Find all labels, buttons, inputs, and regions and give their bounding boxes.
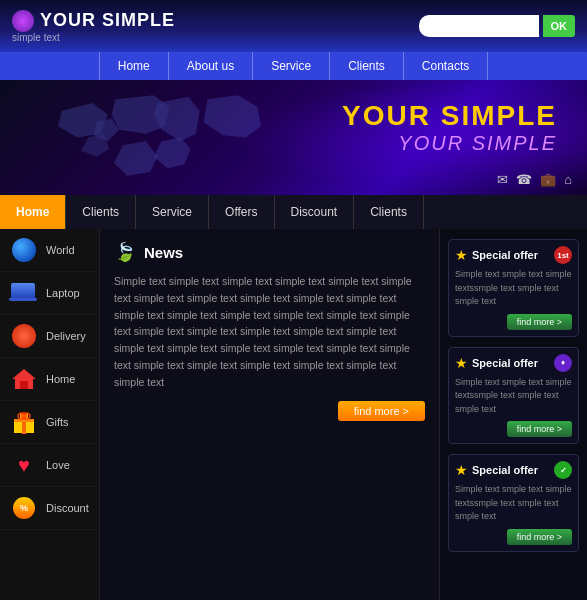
logo-area: YOUR SIMPLE simple text <box>12 10 175 43</box>
sec-nav-offers[interactable]: Offers <box>209 195 274 229</box>
secondary-navbar: Home Clients Service Offers Discount Cli… <box>0 195 587 229</box>
hero-contact-icons: ✉ ☎ 💼 ⌂ <box>497 172 572 187</box>
briefcase-icon: 💼 <box>540 172 556 187</box>
logo-subtitle: simple text <box>12 32 175 43</box>
nav-item-clients[interactable]: Clients <box>330 52 404 80</box>
search-area: OK <box>419 15 576 37</box>
sidebar-label-laptop: Laptop <box>46 287 80 299</box>
hero-section: YOUR SIMPLE YOUR SIMPLE ✉ ☎ 💼 ⌂ <box>0 80 587 195</box>
sidebar-item-world[interactable]: World <box>0 229 99 272</box>
sidebar-label-discount: Discount <box>46 502 89 514</box>
hero-title-colored: SIMPLE <box>441 100 557 131</box>
gift-icon <box>12 410 36 434</box>
left-sidebar: World Laptop Delivery <box>0 229 100 600</box>
offer-find-more-2[interactable]: find more > <box>507 421 572 437</box>
sidebar-item-laptop[interactable]: Laptop <box>0 272 99 315</box>
discount-tag-icon: % <box>13 497 35 519</box>
right-sidebar: ★ Special offer 1st Simple text smple te… <box>439 229 587 600</box>
star-icon-3: ★ <box>455 462 468 478</box>
world-icon-container <box>10 236 38 264</box>
delivery-icon <box>12 324 36 348</box>
globe-icon <box>12 238 36 262</box>
sidebar-item-gifts[interactable]: Gifts <box>0 401 99 444</box>
star-icon-1: ★ <box>455 247 468 263</box>
home-icon-container <box>10 365 38 393</box>
home-icon: ⌂ <box>564 172 572 187</box>
offer-find-more-1[interactable]: find more > <box>507 314 572 330</box>
svg-rect-6 <box>14 419 34 422</box>
top-bar: YOUR SIMPLE simple text OK <box>0 0 587 52</box>
sidebar-label-gifts: Gifts <box>46 416 69 428</box>
offer-badge-3: ✓ <box>554 461 572 479</box>
hero-title: YOUR SIMPLE <box>342 100 557 132</box>
offer-text-2: Simple text smple text simple textssmple… <box>455 376 572 417</box>
heart-icon: ♥ <box>18 454 30 477</box>
house-icon <box>12 368 36 390</box>
search-input[interactable] <box>419 15 539 37</box>
main-navbar: Home About us Service Clients Contacts <box>0 52 587 80</box>
love-icon-container: ♥ <box>10 451 38 479</box>
logo-icon <box>12 10 34 32</box>
search-button[interactable]: OK <box>543 15 576 37</box>
offer-header-2: ★ Special offer ♦ <box>455 354 572 372</box>
sidebar-item-love[interactable]: ♥ Love <box>0 444 99 487</box>
sidebar-item-delivery[interactable]: Delivery <box>0 315 99 358</box>
hero-text: YOUR SIMPLE YOUR SIMPLE <box>342 100 557 155</box>
sec-nav-clients[interactable]: Clients <box>66 195 136 229</box>
nav-item-about[interactable]: About us <box>169 52 253 80</box>
leaf-icon: 🍃 <box>114 241 136 263</box>
sidebar-item-home[interactable]: Home <box>0 358 99 401</box>
phone-icon: ☎ <box>516 172 532 187</box>
offer-title-3: Special offer <box>472 464 538 476</box>
news-body: Simple text simple text simple text simp… <box>114 273 425 391</box>
star-icon-2: ★ <box>455 355 468 371</box>
offer-badge-1: 1st <box>554 246 572 264</box>
find-more-button[interactable]: find more > <box>338 401 425 421</box>
offer-title-1: Special offer <box>472 249 538 261</box>
offer-header-3: ★ Special offer ✓ <box>455 461 572 479</box>
discount-icon-container: % <box>10 494 38 522</box>
main-content: World Laptop Delivery <box>0 229 587 600</box>
nav-item-service[interactable]: Service <box>253 52 330 80</box>
offer-text-1: Simple text smple text simple textssmple… <box>455 268 572 309</box>
offer-card-1: ★ Special offer 1st Simple text smple te… <box>448 239 579 337</box>
delivery-icon-container <box>10 322 38 350</box>
offer-card-2: ★ Special offer ♦ Simple text smple text… <box>448 347 579 445</box>
offer-title-2: Special offer <box>472 357 538 369</box>
sidebar-label-delivery: Delivery <box>46 330 86 342</box>
sec-nav-service[interactable]: Service <box>136 195 209 229</box>
sidebar-label-world: World <box>46 244 75 256</box>
sec-nav-clients2[interactable]: Clients <box>354 195 424 229</box>
nav-item-home[interactable]: Home <box>99 52 169 80</box>
offer-badge-2: ♦ <box>554 354 572 372</box>
hero-subtitle: YOUR SIMPLE <box>342 132 557 155</box>
offer-card-3: ★ Special offer ✓ Simple text smple text… <box>448 454 579 552</box>
laptop-icon <box>11 283 37 303</box>
sec-nav-home[interactable]: Home <box>0 195 66 229</box>
sidebar-label-home: Home <box>46 373 75 385</box>
svg-rect-2 <box>20 381 28 389</box>
laptop-icon-container <box>10 279 38 307</box>
news-header: 🍃 News <box>114 241 425 263</box>
center-content: 🍃 News Simple text simple text simple te… <box>100 229 439 600</box>
sidebar-item-discount[interactable]: % Discount <box>0 487 99 530</box>
sec-nav-discount[interactable]: Discount <box>275 195 355 229</box>
news-title: News <box>144 244 183 261</box>
logo-title: YOUR SIMPLE <box>40 10 175 31</box>
nav-item-contacts[interactable]: Contacts <box>404 52 488 80</box>
offer-header-1: ★ Special offer 1st <box>455 246 572 264</box>
hero-title-plain: YOUR <box>342 100 441 131</box>
offer-text-3: Simple text smple text simple textssmple… <box>455 483 572 524</box>
sidebar-label-love: Love <box>46 459 70 471</box>
offer-find-more-3[interactable]: find more > <box>507 529 572 545</box>
email-icon: ✉ <box>497 172 508 187</box>
gifts-icon-container <box>10 408 38 436</box>
